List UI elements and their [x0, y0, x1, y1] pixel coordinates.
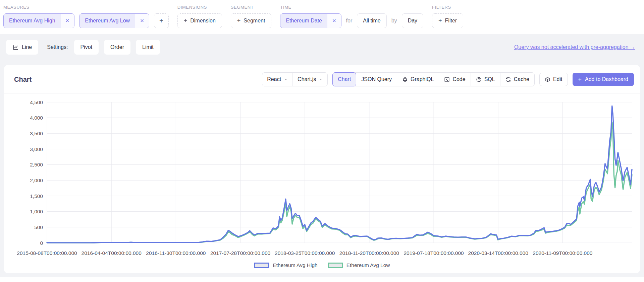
refresh-icon — [505, 77, 511, 82]
add-measure-button[interactable]: + — [154, 13, 169, 28]
svg-text:2020-03-14T00:00:00.000: 2020-03-14T00:00:00.000 — [468, 250, 529, 256]
filters-label: FILTERS — [432, 5, 463, 10]
chevron-down-icon — [284, 77, 288, 81]
legend-item-avg-high[interactable]: Ethereum Avg High — [254, 262, 317, 268]
plus-icon: + — [237, 17, 241, 24]
date-range-button[interactable]: All time — [357, 13, 386, 28]
line-chart-icon — [12, 44, 19, 51]
chart-svg[interactable]: 05001,0001,5002,0002,5003,0003,5004,0004… — [4, 94, 640, 260]
segment-label: SEGMENT — [231, 5, 272, 10]
by-word: by — [391, 18, 397, 24]
measure-chip-label: Ethereum Avg Low — [79, 14, 135, 28]
for-word: for — [346, 18, 353, 24]
preaggregation-link[interactable]: Query was not accelerated with pre-aggre… — [514, 44, 635, 50]
edit-button[interactable]: Edit — [539, 73, 568, 86]
chart-card-toolbar: React Chart.js Chart JSON Query — [262, 72, 634, 86]
svg-text:3,500: 3,500 — [30, 131, 43, 136]
dimensions-section: DIMENSIONS + Dimension — [177, 5, 222, 28]
framework-label: React — [267, 76, 281, 82]
add-to-dashboard-label: Add to Dashboard — [585, 76, 628, 82]
pivot-button[interactable]: Pivot — [74, 40, 99, 55]
graphql-icon — [402, 77, 408, 82]
legend-item-avg-low[interactable]: Ethereum Avg Low — [328, 262, 390, 268]
svg-text:0: 0 — [40, 240, 43, 246]
svg-text:2016-11-30T00:00:00.000: 2016-11-30T00:00:00.000 — [146, 250, 206, 256]
dimensions-label: DIMENSIONS — [177, 5, 222, 10]
library-label: Chart.js — [298, 76, 316, 82]
tab-graphiql-label: GraphiQL — [411, 76, 434, 82]
measure-chip-avg-low[interactable]: Ethereum Avg Low ✕ — [79, 13, 149, 28]
legend-label: Ethereum Avg High — [273, 262, 317, 268]
tab-sql-label: SQL — [484, 76, 495, 82]
svg-text:1,500: 1,500 — [30, 193, 43, 199]
tab-json-query[interactable]: JSON Query — [356, 73, 397, 86]
svg-text:2018-11-20T00:00:00.000: 2018-11-20T00:00:00.000 — [339, 250, 399, 256]
tab-sql[interactable]: SQL — [471, 73, 500, 86]
chart-settings-band: Line Settings: Pivot Order Limit Query w… — [0, 34, 644, 60]
query-builder-bar: MEASURES Ethereum Avg High ✕ Ethereum Av… — [0, 0, 644, 34]
measure-chip-avg-high[interactable]: Ethereum Avg High ✕ — [3, 13, 74, 28]
legend-swatch-high — [254, 263, 269, 268]
chevron-down-icon — [319, 77, 323, 81]
tab-cache-label: Cache — [514, 76, 529, 82]
svg-text:2020-11-09T00:00:00.000: 2020-11-09T00:00:00.000 — [533, 250, 592, 256]
time-chip-label: Ethereum Date — [280, 14, 327, 28]
add-segment-button[interactable]: + Segment — [231, 13, 272, 28]
svg-text:1,000: 1,000 — [30, 209, 43, 214]
tab-chart[interactable]: Chart — [332, 72, 356, 86]
add-filter-button[interactable]: + Filter — [432, 13, 463, 28]
measures-label: MEASURES — [3, 5, 169, 10]
framework-select[interactable]: React — [262, 73, 292, 86]
help-circle-icon — [476, 77, 482, 82]
svg-text:2017-07-28T00:00:00.000: 2017-07-28T00:00:00.000 — [210, 250, 271, 256]
time-dimension-chip[interactable]: Ethereum Date ✕ — [280, 13, 341, 28]
order-button[interactable]: Order — [104, 40, 130, 55]
measure-chip-label: Ethereum Avg High — [4, 14, 61, 28]
chart-area: 05001,0001,5002,0002,5003,0003,5004,0004… — [4, 93, 640, 273]
close-icon[interactable]: ✕ — [135, 14, 149, 28]
svg-text:500: 500 — [34, 224, 43, 230]
view-tabs: Chart JSON Query GraphiQL Code — [332, 72, 535, 86]
tab-code-label: Code — [452, 76, 465, 82]
add-filter-label: Filter — [445, 18, 457, 24]
measures-section: MEASURES Ethereum Avg High ✕ Ethereum Av… — [3, 5, 169, 28]
edit-label: Edit — [553, 76, 562, 82]
svg-text:2,500: 2,500 — [30, 162, 43, 167]
add-to-dashboard-button[interactable]: + Add to Dashboard — [573, 73, 634, 86]
svg-text:2018-03-25T00:00:00.000: 2018-03-25T00:00:00.000 — [275, 250, 335, 256]
limit-button[interactable]: Limit — [136, 40, 160, 55]
legend-label: Ethereum Avg Low — [346, 262, 390, 268]
tab-code[interactable]: Code — [439, 73, 470, 86]
tab-cache[interactable]: Cache — [500, 73, 534, 86]
framework-library-group: React Chart.js — [262, 72, 328, 86]
chart-legend: Ethereum Avg High Ethereum Avg Low — [4, 260, 640, 270]
close-icon[interactable]: ✕ — [61, 14, 74, 28]
settings-label: Settings: — [47, 44, 68, 50]
library-select[interactable]: Chart.js — [292, 73, 327, 86]
chart-type-label: Line — [22, 44, 32, 50]
cube-icon — [545, 77, 550, 82]
time-label: TIME — [280, 5, 423, 10]
page-background: Chart React Chart.js Chart JSON Query — [0, 60, 644, 277]
time-section: TIME Ethereum Date ✕ for All time by Day — [280, 5, 423, 28]
page-title: Chart — [14, 76, 32, 83]
tab-graphiql[interactable]: GraphiQL — [397, 73, 439, 86]
chart-type-button[interactable]: Line — [6, 40, 38, 55]
add-segment-label: Segment — [244, 18, 265, 24]
svg-text:4,500: 4,500 — [30, 99, 43, 105]
granularity-button[interactable]: Day — [402, 13, 423, 28]
add-dimension-button[interactable]: + Dimension — [177, 13, 222, 28]
svg-text:2019-07-18T00:00:00.000: 2019-07-18T00:00:00.000 — [404, 250, 464, 256]
chart-card-header: Chart React Chart.js Chart JSON Query — [4, 65, 640, 93]
close-icon[interactable]: ✕ — [327, 14, 341, 28]
add-dimension-label: Dimension — [190, 18, 216, 24]
code-terminal-icon — [444, 77, 450, 82]
segment-section: SEGMENT + Segment — [231, 5, 272, 28]
svg-text:2015-08-08T00:00:00.000: 2015-08-08T00:00:00.000 — [17, 250, 77, 256]
plus-icon: + — [184, 17, 187, 24]
svg-text:3,000: 3,000 — [30, 146, 43, 152]
svg-text:2016-04-04T00:00:00.000: 2016-04-04T00:00:00.000 — [82, 250, 142, 256]
chart-card: Chart React Chart.js Chart JSON Query — [4, 65, 640, 273]
legend-swatch-low — [328, 263, 343, 268]
svg-text:4,000: 4,000 — [30, 115, 43, 121]
